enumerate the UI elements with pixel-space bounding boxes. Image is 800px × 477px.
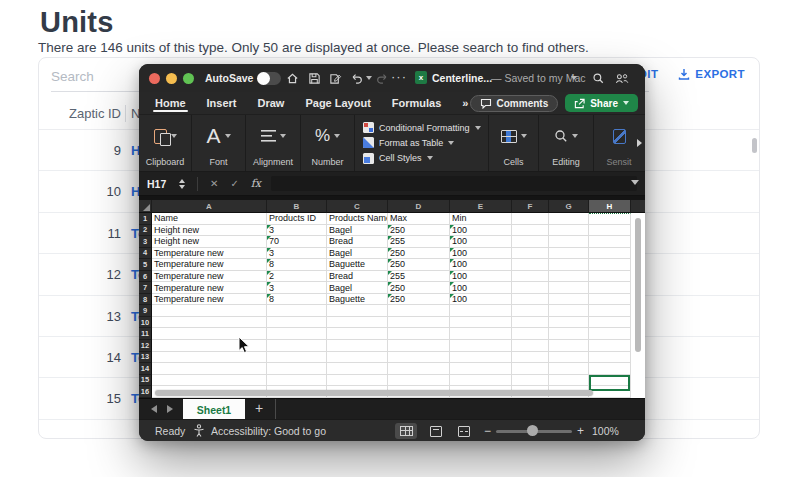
cell-B7[interactable]: 3 <box>267 282 327 294</box>
column-header-D[interactable]: D <box>388 200 450 213</box>
tab-insert[interactable]: Insert <box>207 93 237 113</box>
normal-view-button[interactable] <box>395 423 417 439</box>
row-header-15[interactable]: 15 <box>139 375 152 387</box>
select-all-corner[interactable] <box>139 200 152 213</box>
cell-C12[interactable] <box>327 340 388 352</box>
cell-D15[interactable] <box>388 375 450 387</box>
people-icon[interactable] <box>615 71 629 85</box>
cell-A1[interactable]: Name <box>152 213 267 225</box>
add-sheet-button[interactable]: + <box>255 400 263 416</box>
number-group[interactable]: % Number <box>301 115 355 171</box>
cell-D1[interactable]: Max <box>388 213 450 225</box>
column-header-F[interactable]: F <box>512 200 549 213</box>
cell-A14[interactable] <box>152 363 267 375</box>
zoom-slider-knob[interactable] <box>527 425 538 436</box>
redo-icon[interactable] <box>375 71 389 85</box>
cell-E7[interactable]: 100 <box>450 282 512 294</box>
cell-H1[interactable] <box>589 213 631 225</box>
cell-C5[interactable]: Baguette <box>327 259 388 271</box>
cells-group[interactable]: Cells <box>489 115 539 171</box>
save-icon[interactable] <box>307 71 321 85</box>
formula-bar-expand-icon[interactable] <box>631 180 639 185</box>
cell-D3[interactable]: 255 <box>388 236 450 248</box>
cell-F11[interactable] <box>512 328 549 340</box>
card-scrollbar[interactable] <box>752 138 757 153</box>
cell-D5[interactable]: 250 <box>388 259 450 271</box>
cell-C9[interactable] <box>327 305 388 317</box>
cell-D12[interactable] <box>388 340 450 352</box>
autosave-toggle[interactable] <box>257 72 281 85</box>
row-header-4[interactable]: 4 <box>139 248 152 260</box>
zoom-in-button[interactable]: + <box>577 424 584 438</box>
cell-H8[interactable] <box>589 294 631 306</box>
cell-G11[interactable] <box>549 328 589 340</box>
cell-H14[interactable] <box>589 363 631 375</box>
cell-G7[interactable] <box>549 282 589 294</box>
insert-function-icon[interactable]: fx <box>251 177 261 190</box>
cell-G3[interactable] <box>549 236 589 248</box>
format-as-table-button[interactable]: Format as Table <box>363 137 454 148</box>
font-group[interactable]: A Font <box>192 115 246 171</box>
cell-D13[interactable] <box>388 352 450 364</box>
cell-G8[interactable] <box>549 294 589 306</box>
cell-E12[interactable] <box>450 340 512 352</box>
cell-H7[interactable] <box>589 282 631 294</box>
cell-C11[interactable] <box>327 328 388 340</box>
undo-icon[interactable] <box>349 71 363 85</box>
tab-formulas[interactable]: Formulas <box>392 93 442 113</box>
row-header-5[interactable]: 5 <box>139 259 152 271</box>
cell-D4[interactable]: 250 <box>388 248 450 260</box>
save-as-icon[interactable] <box>328 71 342 85</box>
cell-A3[interactable]: Height new <box>152 236 267 248</box>
cell-C15[interactable] <box>327 375 388 387</box>
cell-F3[interactable] <box>512 236 549 248</box>
ribbon-overflow-arrow-icon[interactable] <box>637 139 642 147</box>
search-icon[interactable] <box>591 71 605 85</box>
cell-G9[interactable] <box>549 305 589 317</box>
cell-E15[interactable] <box>450 375 512 387</box>
cell-B13[interactable] <box>267 352 327 364</box>
cell-H4[interactable] <box>589 248 631 260</box>
cell-B1[interactable]: Products ID <box>267 213 327 225</box>
row-header-7[interactable]: 7 <box>139 282 152 294</box>
cell-E11[interactable] <box>450 328 512 340</box>
cell-B9[interactable] <box>267 305 327 317</box>
row-header-1[interactable]: 1 <box>139 213 152 225</box>
cell-B5[interactable]: 8 <box>267 259 327 271</box>
cell-F4[interactable] <box>512 248 549 260</box>
page-break-view-button[interactable] <box>453 423 475 439</box>
cell-E4[interactable]: 100 <box>450 248 512 260</box>
cell-C4[interactable]: Bagel <box>327 248 388 260</box>
cell-F10[interactable] <box>512 317 549 329</box>
formula-input[interactable] <box>271 176 637 191</box>
cell-G4[interactable] <box>549 248 589 260</box>
cell-E3[interactable]: 100 <box>450 236 512 248</box>
cell-G10[interactable] <box>549 317 589 329</box>
cell-G5[interactable] <box>549 259 589 271</box>
conditional-formatting-button[interactable]: Conditional Formatting <box>363 122 481 133</box>
cell-A5[interactable]: Temperature new <box>152 259 267 271</box>
cell-F15[interactable] <box>512 375 549 387</box>
undo-chevron-icon[interactable] <box>366 76 372 80</box>
row-header-2[interactable]: 2 <box>139 225 152 237</box>
cell-A2[interactable]: Height new <box>152 225 267 237</box>
column-header-G[interactable]: G <box>549 200 589 213</box>
cell-F12[interactable] <box>512 340 549 352</box>
cell-C2[interactable]: Bagel <box>327 225 388 237</box>
cell-E10[interactable] <box>450 317 512 329</box>
cell-A15[interactable] <box>152 375 267 387</box>
comments-button[interactable]: Comments <box>470 95 559 112</box>
cell-F13[interactable] <box>512 352 549 364</box>
page-layout-view-button[interactable] <box>425 423 447 439</box>
cell-B2[interactable]: 3 <box>267 225 327 237</box>
cell-B11[interactable] <box>267 328 327 340</box>
name-box-stepper[interactable] <box>179 179 185 189</box>
cell-C6[interactable]: Bread <box>327 271 388 283</box>
cell-H13[interactable] <box>589 352 631 364</box>
cell-B4[interactable]: 3 <box>267 248 327 260</box>
cell-A7[interactable]: Temperature new <box>152 282 267 294</box>
cell-G1[interactable] <box>549 213 589 225</box>
cell-D2[interactable]: 250 <box>388 225 450 237</box>
more-commands-icon[interactable]: ··· <box>391 69 407 84</box>
cell-C14[interactable] <box>327 363 388 375</box>
